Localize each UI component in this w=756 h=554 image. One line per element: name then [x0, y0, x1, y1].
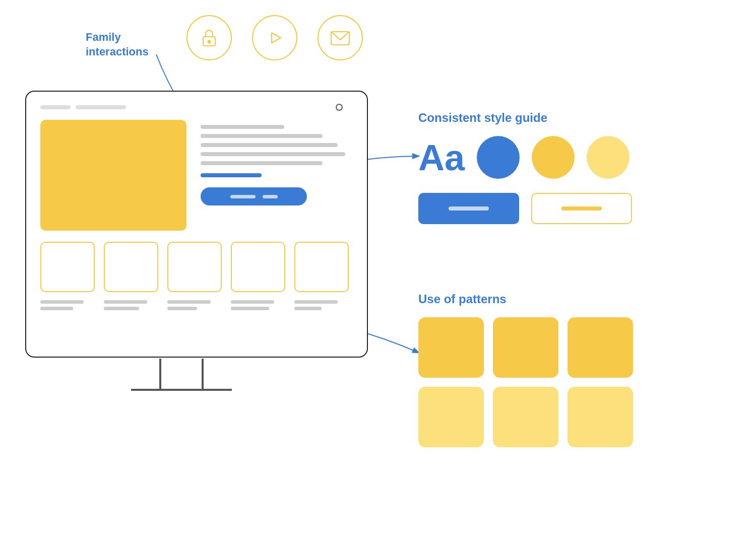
- bottom-col-2: [104, 300, 158, 310]
- bottom-col-5: [294, 300, 349, 310]
- screen-content: [40, 120, 353, 231]
- style-guide-section: Consistent style guide Aa: [418, 111, 632, 224]
- color-light-yellow-circle: [587, 136, 629, 179]
- screen-yellow-box: [40, 120, 186, 231]
- lock-icon-circle: [186, 15, 232, 60]
- style-guide-title: Consistent style guide: [418, 111, 632, 125]
- bcol4-line1: [231, 300, 274, 304]
- typography-sample: Aa: [418, 140, 465, 176]
- stand-leg-right: [202, 359, 204, 389]
- style-guide-outline-button: [531, 193, 632, 224]
- pattern-card-1: [418, 317, 484, 378]
- svg-marker-2: [272, 33, 281, 43]
- bcol4-line2: [231, 307, 269, 310]
- svg-point-1: [208, 41, 211, 43]
- stand-legs: [159, 359, 204, 389]
- card-2: [104, 242, 158, 292]
- screen-cards: [40, 242, 353, 292]
- text-line-5: [201, 161, 323, 165]
- style-guide-row2: [418, 193, 632, 224]
- screen-topbar: [40, 104, 353, 111]
- patterns-section: Use of patterns: [418, 292, 633, 447]
- bottom-col-3: [167, 300, 222, 310]
- text-line-2: [201, 134, 323, 138]
- stand-base: [131, 389, 232, 391]
- stand-leg-left: [159, 359, 161, 389]
- patterns-title: Use of patterns: [418, 292, 633, 306]
- card-4: [231, 242, 285, 292]
- btn-inner-1: [230, 195, 256, 198]
- pattern-card-5: [493, 387, 558, 447]
- text-line-3: [201, 143, 338, 147]
- card-1: [40, 242, 95, 292]
- topbar-line-1: [40, 105, 71, 109]
- mock-cta-button: [201, 187, 307, 205]
- color-blue-circle: [477, 136, 520, 179]
- topbar-line-2: [76, 105, 126, 109]
- sg-btn-outline-inner: [561, 206, 602, 211]
- color-yellow-circle: [532, 136, 575, 179]
- btn-inner-2: [263, 195, 278, 198]
- screen-bottom-lines: [40, 300, 353, 310]
- screen-right: [201, 120, 353, 231]
- text-line-1: [201, 125, 284, 129]
- bcol5-line1: [294, 300, 338, 304]
- topbar-circle: [336, 104, 343, 111]
- style-guide-blue-button: [418, 193, 519, 224]
- pattern-card-4: [418, 387, 484, 447]
- card-3: [167, 242, 222, 292]
- monitor-stand: [131, 359, 232, 391]
- pattern-card-2: [493, 317, 558, 378]
- bcol2-line2: [104, 307, 139, 310]
- sg-btn-blue-inner: [449, 206, 489, 211]
- family-interactions-label: Family interactions: [86, 30, 149, 59]
- bcol1-line1: [40, 300, 84, 304]
- play-icon-circle: [252, 15, 297, 60]
- bottom-col-4: [231, 300, 285, 310]
- bcol2-line1: [104, 300, 147, 304]
- bcol3-line2: [167, 307, 197, 310]
- bottom-col-1: [40, 300, 95, 310]
- text-line-blue: [201, 173, 262, 177]
- family-icon-circles: [186, 15, 363, 60]
- bcol1-line2: [40, 307, 73, 310]
- mail-icon-circle: [318, 15, 363, 60]
- pattern-card-3: [568, 317, 633, 378]
- mock-screen: [25, 91, 368, 358]
- style-guide-row1: Aa: [418, 136, 632, 179]
- bcol3-line1: [167, 300, 211, 304]
- card-5: [294, 242, 349, 292]
- patterns-grid: [418, 317, 633, 447]
- pattern-card-6: [568, 387, 633, 447]
- bcol5-line2: [294, 307, 322, 310]
- text-line-4: [201, 152, 345, 156]
